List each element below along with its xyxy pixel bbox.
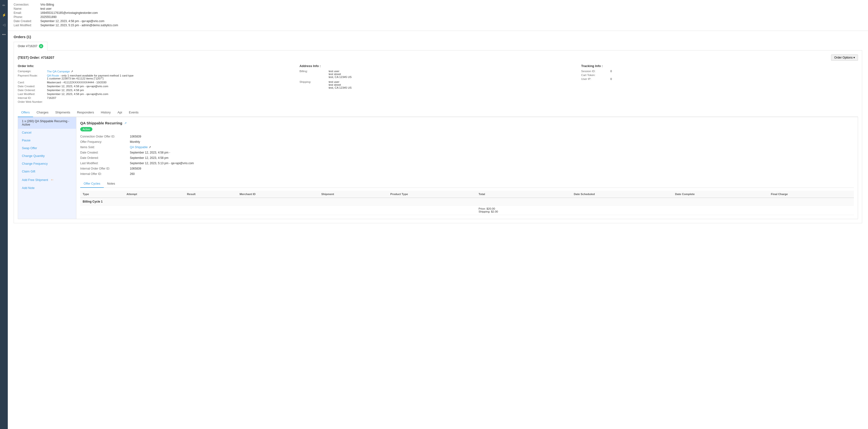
- connection-label: Connection:: [13, 3, 40, 6]
- email-label: Email:: [13, 11, 40, 14]
- connection-value: Vrio Billing: [40, 3, 54, 6]
- shipping-line3: test, CA 12345 US: [329, 86, 352, 89]
- card-value: Mastercard - 411122XXXXXXXX4444 - 10/203…: [47, 81, 106, 84]
- billing-line2: test street: [329, 73, 341, 75]
- last-modified-value: September 12, 2023, 5:15 pm - admin@demo…: [40, 24, 118, 27]
- billing-cycle-1-row: Billing Cycle 1: [80, 198, 854, 205]
- payment-route-link[interactable]: QA Route: [47, 74, 59, 77]
- tab-charges[interactable]: Charges: [33, 108, 52, 117]
- offer-status-badge: Active: [80, 127, 92, 131]
- shipping-label: Shipping:: [300, 80, 329, 89]
- cell-date-complete: [673, 205, 769, 215]
- cell-date-scheduled: [571, 205, 673, 215]
- billing-line1: test user: [329, 70, 339, 73]
- campaign-label: Campaign:: [18, 70, 47, 73]
- order-info-title: Order Info:: [18, 64, 295, 68]
- col-type: Type: [80, 191, 124, 198]
- order-last-modified-value: September 12, 2023, 4:58 pm - qa+api@vri…: [47, 93, 108, 96]
- order-tabs: Order #716207 A: [13, 42, 862, 51]
- sub-tabs: Offer Cycles Notes: [80, 180, 854, 188]
- customer-info-section: Connection: Vrio Billing Name: test user…: [8, 0, 868, 31]
- change-frequency-action[interactable]: Change Frequency: [18, 160, 76, 168]
- orders-title: Orders (1): [13, 35, 862, 39]
- add-note-action[interactable]: Add Note: [18, 184, 76, 192]
- tab-api[interactable]: Api: [114, 108, 125, 117]
- tab-shipments[interactable]: Shipments: [52, 108, 73, 117]
- sidebar: ✏ ⚡ ◁ •••: [0, 0, 8, 429]
- order-date-created-label: Date Created:: [18, 85, 47, 88]
- campaign-link[interactable]: The QA Campaign: [47, 70, 70, 73]
- tab-responders[interactable]: Responders: [74, 108, 97, 117]
- order-title: (TEST) Order: #716207: [18, 56, 54, 60]
- table-row: Price: $20.00Shipping: $2.00: [80, 205, 854, 215]
- tab-events[interactable]: Events: [125, 108, 142, 117]
- col-merchant-id: Merchant ID: [237, 191, 319, 198]
- internal-id-label: Internal ID:: [18, 96, 47, 99]
- offer-frequency-label: Offer Frequency:: [80, 140, 129, 144]
- left-panel: 1 x (260) QA Shippable Recurring - Activ…: [18, 117, 76, 219]
- cell-final-charge: [769, 205, 854, 215]
- offer-title: QA Shippable Recurring: [80, 121, 122, 125]
- main-content: Connection: Vrio Billing Name: test user…: [8, 0, 868, 429]
- cancel-action[interactable]: Cancel: [18, 129, 76, 136]
- arrow-indicator-icon: ←: [50, 177, 54, 182]
- offer-item-active[interactable]: 1 x (260) QA Shippable Recurring - Activ…: [18, 117, 76, 129]
- order-web-number-label: Order Web Number:: [18, 100, 47, 103]
- campaign-value: The QA Campaign ↗: [47, 70, 73, 73]
- swap-offer-action[interactable]: Swap Offer: [18, 144, 76, 152]
- more-icon[interactable]: •••: [1, 32, 7, 37]
- phone-value: 2025551890: [40, 15, 57, 19]
- phone-label: Phone:: [13, 15, 40, 19]
- cell-merchant-id: [237, 205, 319, 215]
- order-content: (TEST) Order: #716207 Order Options ▾ Or…: [13, 51, 862, 223]
- edit-icon[interactable]: ✏: [1, 2, 6, 8]
- date-created-value: September 12, 2023, 4:58 pm - qa+api@vri…: [40, 20, 104, 23]
- name-value: test user: [40, 7, 52, 10]
- offer-date-ordered-value: September 12, 2023, 4:58 pm: [130, 156, 854, 160]
- claim-gift-action[interactable]: Claim Gift: [18, 168, 76, 175]
- bell-icon[interactable]: ◁: [2, 22, 6, 28]
- sub-tab-notes[interactable]: Notes: [104, 180, 119, 188]
- session-id-label: Session ID:: [581, 70, 610, 73]
- shipping-line2: test street: [329, 83, 341, 86]
- cell-result: [185, 205, 237, 215]
- cell-type: [80, 205, 124, 215]
- items-sold-link[interactable]: QA Shippable: [130, 145, 148, 149]
- offer-details: Connection Order Offer ID: 1065839 Offer…: [80, 134, 854, 176]
- order-header: (TEST) Order: #716207 Order Options ▾: [18, 55, 858, 61]
- col-date-scheduled: Date Scheduled: [571, 191, 673, 198]
- cell-shipment: [319, 205, 388, 215]
- items-sold-label: Items Sold:: [80, 145, 129, 150]
- tracking-info-title: Tracking Info :: [581, 64, 858, 68]
- address-info-column: Address Info : Billing: test user test s…: [300, 64, 577, 104]
- cart-token-label: Cart Token:: [581, 74, 610, 76]
- col-product-type: Product Type: [388, 191, 476, 198]
- payment-route-label: Payment Route:: [18, 74, 47, 80]
- right-panel: QA Shippable Recurring ↗ Active Connecti…: [76, 117, 858, 219]
- sub-tab-offer-cycles[interactable]: Offer Cycles: [80, 180, 104, 188]
- tab-offers[interactable]: Offers: [18, 108, 33, 117]
- order-options-button[interactable]: Order Options ▾: [831, 55, 858, 61]
- price-info: Price: $20.00Shipping: $2.00: [478, 207, 569, 213]
- orders-section: Orders (1) Order #716207 A (TEST) Order:…: [8, 31, 868, 223]
- tab-history[interactable]: History: [97, 108, 114, 117]
- order-tab-716207[interactable]: Order #716207 A: [13, 42, 48, 51]
- change-quantity-action[interactable]: Change Quantity: [18, 152, 76, 160]
- user-ip-label: User IP:: [581, 77, 610, 80]
- offer-external-link-icon[interactable]: ↗: [124, 122, 127, 125]
- link-icon[interactable]: ⚡: [1, 12, 7, 18]
- add-free-shipment-action[interactable]: Add Free Shipment ←: [18, 175, 76, 184]
- order-tab-badge: A: [39, 44, 43, 48]
- pause-action[interactable]: Pause: [18, 136, 76, 144]
- order-last-modified-label: Last Modified:: [18, 93, 47, 96]
- name-label: Name:: [13, 7, 40, 10]
- tracking-info-column: Tracking Info : Session ID: 0 Cart Token…: [581, 64, 858, 104]
- col-attempt: Attempt: [124, 191, 185, 198]
- offer-last-modified-label: Last Modified:: [80, 161, 129, 165]
- items-sold-link-icon: ↗: [149, 145, 151, 149]
- billing-label: Billing:: [300, 70, 329, 78]
- col-total: Total: [476, 191, 571, 198]
- date-created-label: Date Created:: [13, 20, 40, 23]
- nav-tabs: Offers Charges Shipments Responders Hist…: [18, 108, 858, 117]
- offer-date-ordered-label: Date Ordered:: [80, 156, 129, 160]
